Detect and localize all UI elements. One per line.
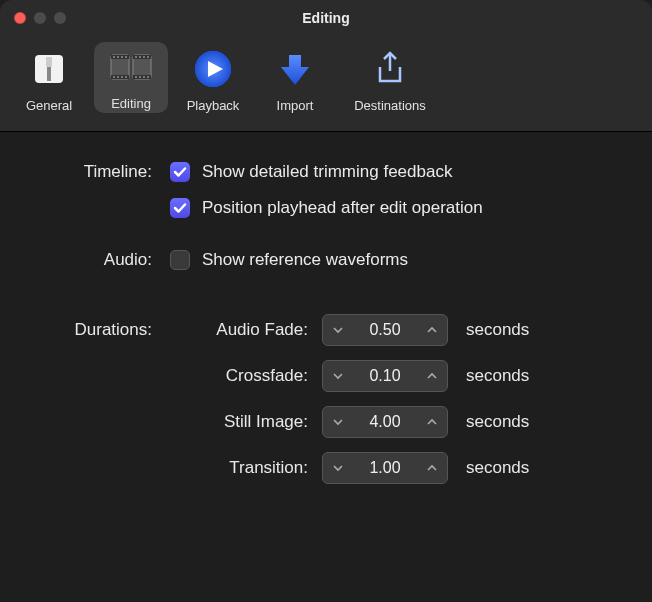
stepper-increment[interactable]: [417, 407, 447, 437]
crossfade-label: Crossfade:: [40, 366, 322, 386]
label-show-detailed-trimming: Show detailed trimming feedback: [202, 162, 452, 182]
minimize-button[interactable]: [34, 12, 46, 24]
svg-rect-10: [117, 56, 119, 58]
still-image-label: Still Image:: [40, 412, 322, 432]
svg-rect-17: [135, 56, 137, 58]
close-button[interactable]: [14, 12, 26, 24]
window-title: Editing: [302, 10, 349, 26]
crossfade-stepper[interactable]: 0.10: [322, 360, 448, 392]
durations-section-label: Durations:: [40, 320, 170, 340]
svg-rect-12: [125, 56, 127, 58]
window-controls: [14, 12, 66, 24]
svg-rect-2: [46, 57, 52, 67]
svg-rect-14: [117, 76, 119, 78]
unit-label: seconds: [466, 366, 529, 386]
still-image-stepper[interactable]: 4.00: [322, 406, 448, 438]
zoom-button[interactable]: [54, 12, 66, 24]
transition-stepper[interactable]: 1.00: [322, 452, 448, 484]
svg-rect-21: [135, 76, 137, 78]
svg-rect-13: [113, 76, 115, 78]
audio-section-label: Audio:: [40, 250, 170, 270]
import-icon: [272, 46, 318, 92]
stepper-increment[interactable]: [417, 361, 447, 391]
titlebar: Editing: [0, 0, 652, 36]
stepper-decrement[interactable]: [323, 407, 353, 437]
tab-general-label: General: [26, 98, 72, 113]
general-icon: [26, 46, 72, 92]
tab-destinations[interactable]: Destinations: [340, 42, 440, 113]
svg-rect-19: [143, 56, 145, 58]
stepper-increment[interactable]: [417, 453, 447, 483]
checkbox-position-playhead[interactable]: [170, 198, 190, 218]
stepper-decrement[interactable]: [323, 315, 353, 345]
stepper-increment[interactable]: [417, 315, 447, 345]
transition-label: Transition:: [40, 458, 322, 478]
stepper-decrement[interactable]: [323, 361, 353, 391]
checkbox-show-detailed-trimming[interactable]: [170, 162, 190, 182]
svg-rect-16: [125, 76, 127, 78]
tab-editing-label: Editing: [111, 96, 151, 111]
checkbox-show-reference-waveforms[interactable]: [170, 250, 190, 270]
destinations-icon: [367, 46, 413, 92]
svg-rect-11: [121, 56, 123, 58]
editing-icon: [108, 44, 154, 90]
tab-playback[interactable]: Playback: [176, 42, 250, 113]
tab-destinations-label: Destinations: [354, 98, 426, 113]
tab-editing[interactable]: Editing: [94, 42, 168, 113]
unit-label: seconds: [466, 412, 529, 432]
svg-rect-24: [147, 76, 149, 78]
tab-import-label: Import: [277, 98, 314, 113]
svg-rect-23: [143, 76, 145, 78]
unit-label: seconds: [466, 320, 529, 340]
tab-import[interactable]: Import: [258, 42, 332, 113]
audio-fade-stepper[interactable]: 0.50: [322, 314, 448, 346]
timeline-section-label: Timeline:: [40, 162, 170, 182]
audio-fade-value: 0.50: [353, 321, 417, 339]
audio-fade-label: Audio Fade:: [170, 320, 322, 340]
transition-value: 1.00: [353, 459, 417, 477]
tab-playback-label: Playback: [187, 98, 240, 113]
svg-rect-18: [139, 56, 141, 58]
editing-pane: Timeline: Show detailed trimming feedbac…: [0, 132, 652, 484]
tab-general[interactable]: General: [12, 42, 86, 113]
svg-rect-9: [113, 56, 115, 58]
stepper-decrement[interactable]: [323, 453, 353, 483]
playback-icon: [190, 46, 236, 92]
svg-rect-15: [121, 76, 123, 78]
crossfade-value: 0.10: [353, 367, 417, 385]
preferences-toolbar: General Editing: [0, 36, 652, 132]
unit-label: seconds: [466, 458, 529, 478]
svg-rect-22: [139, 76, 141, 78]
svg-rect-20: [147, 56, 149, 58]
label-show-reference-waveforms: Show reference waveforms: [202, 250, 408, 270]
label-position-playhead: Position playhead after edit operation: [202, 198, 483, 218]
still-image-value: 4.00: [353, 413, 417, 431]
